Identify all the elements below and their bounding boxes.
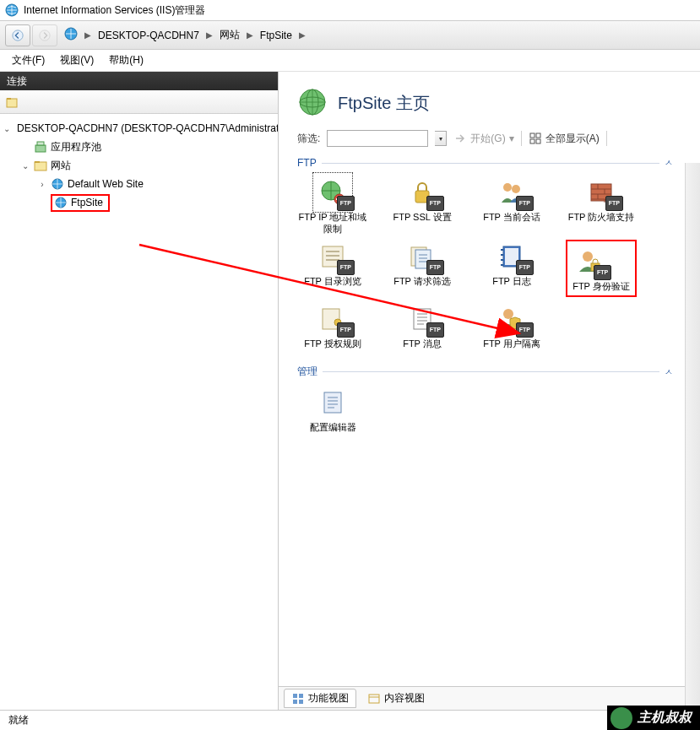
filter-start: 开始(G) ▾ xyxy=(453,132,513,146)
svg-rect-4 xyxy=(7,99,17,107)
ftp-current-sessions[interactable]: FTP FTP 当前会话 xyxy=(476,176,547,235)
tree-sites-node[interactable]: ⌄ 网站 xyxy=(3,156,274,175)
svg-point-2 xyxy=(40,30,50,40)
svg-rect-8 xyxy=(35,145,46,152)
svg-point-25 xyxy=(503,183,512,192)
group-ftp: FTP ㅅ xyxy=(279,157,700,169)
folder-icon xyxy=(34,159,47,172)
tree-app-pools[interactable]: 应用程序池 xyxy=(3,138,274,156)
window-title: Internet Information Services (IIS)管理器 xyxy=(24,3,205,18)
ftp-logging[interactable]: FTP FTP 日志 xyxy=(476,240,547,297)
status-bar: 就绪 xyxy=(0,710,700,730)
tree-app-pools-label: 应用程序池 xyxy=(51,140,101,154)
svg-rect-19 xyxy=(530,139,534,143)
svg-rect-9 xyxy=(37,142,44,145)
collapse-caret-icon[interactable]: ㅅ xyxy=(665,366,681,378)
globe-icon xyxy=(54,196,68,209)
main-area: 连接 ⌄ DESKTOP-QACDHN7 (DESKTOP-QACDHN7\Ad… xyxy=(0,72,700,710)
connections-tree: ⌄ DESKTOP-QACDHN7 (DESKTOP-QACDHN7\Admin… xyxy=(0,114,278,217)
svg-rect-5 xyxy=(7,98,11,100)
breadcrumb-root-icon xyxy=(64,27,78,43)
group-management: 管理 ㅅ xyxy=(279,365,700,379)
menu-help[interactable]: 帮助(H) xyxy=(109,53,144,68)
svg-point-26 xyxy=(512,185,520,193)
connections-pane: 连接 ⌄ DESKTOP-QACDHN7 (DESKTOP-QACDHN7\Ad… xyxy=(0,72,279,710)
ftp-messages[interactable]: FTP FTP 消息 xyxy=(387,302,458,349)
expand-icon[interactable]: › xyxy=(37,179,47,189)
svg-rect-43 xyxy=(299,700,303,704)
filter-label: 筛选: xyxy=(297,132,320,146)
content-icon xyxy=(367,692,381,706)
filter-dropdown[interactable]: ▾ xyxy=(435,131,447,146)
vertical-scrollbar[interactable] xyxy=(685,163,700,710)
collapse-icon[interactable]: ⌄ xyxy=(20,160,30,170)
filter-input[interactable] xyxy=(327,130,428,147)
page-title: FtpSite 主页 xyxy=(338,92,430,115)
tree-server-node[interactable]: ⌄ DESKTOP-QACDHN7 (DESKTOP-QACDHN7\Admin… xyxy=(3,119,274,138)
show-all-icon xyxy=(529,132,542,145)
svg-rect-40 xyxy=(293,694,297,698)
svg-rect-10 xyxy=(35,162,46,170)
svg-rect-20 xyxy=(536,139,540,143)
filter-show-all[interactable]: 全部显示(A) xyxy=(529,132,600,146)
tree-sites-label: 网站 xyxy=(51,159,71,173)
nav-bar: ▶ DESKTOP-QACDHN7 ▶ 网站 ▶ FtpSite ▶ xyxy=(0,20,700,50)
toolbar-add-icon[interactable] xyxy=(3,94,20,111)
connections-toolbar xyxy=(0,90,278,114)
ftp-authorization-rules[interactable]: FTP FTP 授权规则 xyxy=(297,302,368,349)
menu-bar: 文件(F) 视图(V) 帮助(H) xyxy=(0,50,700,72)
collapse-caret-icon[interactable]: ㅅ xyxy=(665,157,681,169)
svg-rect-17 xyxy=(530,133,534,138)
status-text: 就绪 xyxy=(8,713,29,727)
content-pane: FtpSite 主页 筛选: ▾ 开始(G) ▾ 全部显示(A) FTP ㅅ xyxy=(279,72,700,710)
config-editor[interactable]: 配置编辑器 xyxy=(297,386,368,433)
svg-rect-42 xyxy=(293,700,297,704)
svg-rect-11 xyxy=(35,161,40,163)
breadcrumb-site[interactable]: FtpSite xyxy=(260,30,292,41)
connections-header: 连接 xyxy=(0,72,278,90)
go-icon xyxy=(453,132,467,145)
tree-default-site[interactable]: › Default Web Site xyxy=(3,175,274,193)
ftp-ssl-settings[interactable]: FTP FTP SSL 设置 xyxy=(387,176,458,235)
ftp-authentication[interactable]: FTP FTP 身份验证 xyxy=(566,240,637,297)
svg-rect-39 xyxy=(324,392,341,413)
ftp-request-filtering[interactable]: FTP FTP 请求筛选 xyxy=(387,240,458,297)
svg-rect-41 xyxy=(299,694,303,698)
iis-app-icon xyxy=(5,3,19,17)
breadcrumb-server[interactable]: DESKTOP-QACDHN7 xyxy=(98,30,199,41)
breadcrumb-sites[interactable]: 网站 xyxy=(220,28,240,42)
tab-features-view[interactable]: 功能视图 xyxy=(284,689,356,708)
tree-server-label: DESKTOP-QACDHN7 (DESKTOP-QACDHN7\Adminis… xyxy=(17,122,278,134)
svg-point-38 xyxy=(503,309,513,319)
features-icon xyxy=(291,692,305,706)
nav-back-button[interactable] xyxy=(5,24,30,46)
chevron-right-icon[interactable]: ▶ xyxy=(203,30,216,40)
globe-icon xyxy=(51,177,64,191)
svg-rect-44 xyxy=(369,695,379,703)
menu-view[interactable]: 视图(V) xyxy=(60,53,94,68)
ftp-directory-browsing[interactable]: FTP FTP 目录浏览 xyxy=(297,240,368,297)
app-pool-icon xyxy=(34,140,47,154)
filter-row: 筛选: ▾ 开始(G) ▾ 全部显示(A) xyxy=(279,127,700,157)
ftp-icon-grid: FTP FTP IP 地址和域限制 FTP FTP SSL 设置 FTP FTP… xyxy=(279,169,667,365)
tree-default-site-label: Default Web Site xyxy=(68,178,144,190)
chevron-right-icon[interactable]: ▶ xyxy=(243,30,257,40)
page-header: FtpSite 主页 xyxy=(279,72,700,127)
page-icon xyxy=(297,87,328,120)
nav-forward-button[interactable] xyxy=(32,24,57,46)
tab-content-view[interactable]: 内容视图 xyxy=(360,689,432,708)
watermark: 主机叔叔 xyxy=(607,706,700,730)
ftp-user-isolation[interactable]: FTP FTP 用户隔离 xyxy=(476,302,547,349)
ftp-ip-restrictions[interactable]: FTP FTP IP 地址和域限制 xyxy=(297,176,368,235)
tree-ftpsite-label: FtpSite xyxy=(71,197,103,208)
collapse-icon[interactable]: ⌄ xyxy=(3,123,10,133)
config-doc-icon xyxy=(319,389,346,416)
menu-file[interactable]: 文件(F) xyxy=(12,53,45,68)
chevron-right-icon[interactable]: ▶ xyxy=(81,30,95,40)
ftp-firewall-support[interactable]: FTP FTP 防火墙支持 xyxy=(566,176,637,235)
svg-rect-18 xyxy=(536,133,540,138)
breadcrumb: ▶ DESKTOP-QACDHN7 ▶ 网站 ▶ FtpSite ▶ xyxy=(64,27,309,43)
tree-ftpsite[interactable]: FtpSite xyxy=(3,193,274,212)
chevron-right-icon[interactable]: ▶ xyxy=(296,30,309,40)
svg-point-1 xyxy=(13,30,23,40)
